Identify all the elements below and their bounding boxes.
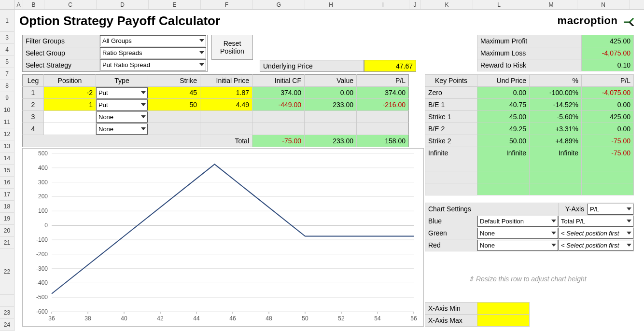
leg-type-dropdown[interactable]: Put — [96, 87, 148, 98]
svg-text:36: 36 — [48, 315, 55, 322]
row-header[interactable]: 8 — [0, 80, 14, 92]
keypoint-row: B/E 140.75-14.52%0.00 — [425, 99, 634, 111]
row-header[interactable]: 7 — [0, 68, 14, 80]
blue-series-dropdown[interactable]: Total P/L — [559, 216, 633, 227]
keypoints-header-cell: Key Points — [425, 75, 477, 87]
leg-initprice-input[interactable] — [200, 123, 252, 135]
leg-position-input[interactable] — [44, 111, 96, 123]
row-header[interactable]: 9 — [0, 92, 14, 104]
leg-number: 2 — [23, 99, 44, 111]
underlying-row: Underlying Price 47.67 — [260, 60, 416, 72]
column-header[interactable]: A — [14, 0, 23, 9]
green-position-dropdown[interactable]: None — [477, 228, 558, 239]
leg-initprice-input[interactable] — [200, 111, 252, 123]
svg-text:52: 52 — [338, 315, 345, 322]
green-series-dropdown[interactable]: < Select position first — [559, 228, 633, 239]
column-header[interactable]: F — [201, 0, 253, 9]
column-header[interactable]: E — [149, 0, 201, 9]
svg-text:-500: -500 — [36, 294, 48, 301]
xaxis-min-input[interactable] — [477, 303, 530, 315]
row-header[interactable]: 10 — [0, 104, 14, 116]
column-header[interactable]: N — [577, 0, 630, 9]
row-header[interactable]: 24 — [0, 319, 14, 331]
leg-position-input[interactable]: 1 — [44, 99, 96, 111]
select-all-corner[interactable] — [0, 0, 14, 10]
column-header[interactable]: I — [357, 0, 409, 9]
row-header[interactable]: 22 — [0, 249, 14, 295]
leg-strike-input[interactable]: 50 — [148, 99, 200, 111]
row-header[interactable]: 17 — [0, 189, 14, 201]
leg-initprice-input[interactable]: 1.87 — [200, 87, 252, 99]
row-header[interactable]: 5 — [0, 56, 14, 68]
leg-pl: 374.00 — [357, 87, 409, 99]
kp-name: Infinite — [425, 147, 477, 159]
leg-strike-input[interactable] — [148, 111, 200, 123]
column-header[interactable]: L — [473, 0, 525, 9]
kp-name: B/E 1 — [425, 99, 477, 111]
row-headers: 134578910111213141516171819202122232425 — [0, 10, 14, 331]
legs-header-cell: Initial CF — [252, 75, 305, 87]
legs-header-cell: P/L — [357, 75, 409, 87]
row-header[interactable]: 1 — [0, 10, 14, 32]
column-header[interactable]: C — [44, 0, 97, 9]
row-header[interactable]: 14 — [0, 152, 14, 165]
red-label: Red — [425, 239, 477, 251]
row-header[interactable]: 13 — [0, 140, 14, 152]
row-header[interactable]: 16 — [0, 177, 14, 189]
red-series-dropdown[interactable]: < Select position first — [559, 240, 633, 251]
leg-type-dropdown[interactable]: Put — [96, 99, 148, 110]
column-header[interactable]: D — [97, 0, 149, 9]
kp-pl: 425.00 — [582, 111, 634, 123]
column-header[interactable]: H — [305, 0, 357, 9]
row-header[interactable]: 18 — [0, 201, 14, 213]
leg-initprice-input[interactable]: 4.49 — [200, 99, 252, 111]
svg-text:-300: -300 — [36, 265, 48, 272]
kp-price: Infinite — [477, 147, 530, 159]
select-group-dropdown[interactable]: Ratio Spreads — [100, 47, 206, 58]
row-header[interactable]: 19 — [0, 213, 14, 225]
column-header[interactable]: M — [525, 0, 577, 9]
kp-pl: -4,075.00 — [582, 87, 634, 99]
kp-price: 0.00 — [477, 87, 530, 99]
legs-table: LegPositionTypeStrikeInitial PriceInitia… — [22, 74, 409, 147]
column-header[interactable]: J — [409, 0, 421, 9]
svg-text:50: 50 — [302, 315, 308, 322]
column-header[interactable]: K — [421, 0, 473, 9]
leg-type-dropdown[interactable]: None — [96, 111, 148, 123]
filter-groups-dropdown[interactable]: All Groups — [100, 35, 206, 46]
total-pl: 158.00 — [357, 135, 409, 147]
xaxis-max-input[interactable] — [477, 315, 530, 327]
yaxis-dropdown[interactable]: P/L — [588, 204, 633, 215]
red-position-dropdown[interactable]: None — [477, 240, 558, 251]
select-strategy-dropdown[interactable]: Put Ratio Spread — [100, 59, 206, 70]
row-header[interactable]: 3 — [0, 32, 14, 44]
leg-position-input[interactable]: -2 — [44, 87, 96, 99]
kp-pct: -5.60% — [530, 111, 582, 123]
yaxis-label: Y-Axis — [559, 203, 588, 215]
row-header[interactable]: 4 — [0, 44, 14, 56]
keypoints-header-cell: P/L — [582, 75, 634, 87]
row-header[interactable]: 23 — [0, 307, 14, 319]
total-initial-cf: -75.00 — [252, 135, 305, 147]
column-header[interactable]: B — [23, 0, 44, 9]
leg-position-input[interactable] — [44, 123, 96, 135]
row-header[interactable]: 12 — [0, 128, 14, 140]
leg-number: 3 — [23, 111, 44, 123]
leg-number: 1 — [23, 87, 44, 99]
keypoints-table: Key PointsUnd Price%P/L Zero0.00-100.00%… — [425, 74, 634, 195]
row-header[interactable]: 11 — [0, 116, 14, 128]
row-header[interactable]: 15 — [0, 165, 14, 177]
column-header[interactable]: G — [253, 0, 305, 9]
blue-position-dropdown[interactable]: Default Position — [477, 216, 558, 227]
leg-value: 233.00 — [305, 99, 357, 111]
leg-strike-input[interactable] — [148, 123, 200, 135]
leg-row: 1-2Put451.87374.000.00374.00 — [23, 87, 409, 99]
leg-type-dropdown[interactable]: None — [96, 124, 148, 135]
row-header[interactable] — [0, 295, 14, 307]
leg-strike-input[interactable]: 45 — [148, 87, 200, 99]
svg-text:-400: -400 — [36, 279, 48, 286]
underlying-price-input[interactable]: 47.67 — [364, 60, 416, 72]
row-header[interactable]: 21 — [0, 237, 14, 249]
reset-position-button[interactable]: Reset Position — [211, 35, 253, 60]
row-header[interactable]: 20 — [0, 225, 14, 237]
